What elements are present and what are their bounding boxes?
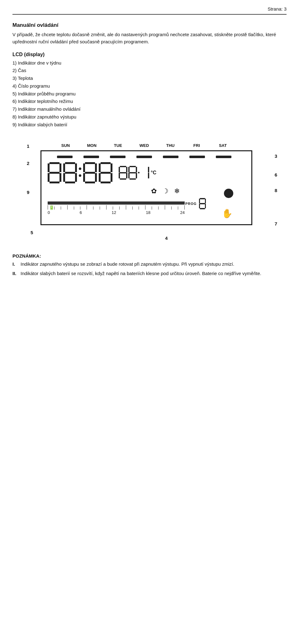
lcd-display-box: SUN MON TUE WED THU FRI SAT: [40, 150, 252, 225]
callout-8: 8: [275, 188, 277, 193]
tick-21: [184, 205, 185, 210]
tick-sun: [57, 156, 73, 158]
notes-label: POZNÁMKA:: [12, 253, 287, 259]
notes-text: I. Indikátor zapnutého výstupu se zobraz…: [12, 260, 287, 277]
notes-text-1: Indikátor zapnutého výstupu se zobrazí a…: [21, 260, 234, 268]
output-indicator: [224, 189, 233, 198]
lcd-item-8: 8) Indikátor zapnutého výstupu: [12, 113, 287, 121]
tick-10: [113, 206, 113, 210]
day-tue: TUE: [109, 143, 126, 148]
notes-num-2: II.: [12, 270, 19, 277]
tick-sat: [216, 156, 231, 158]
mini-ticks: [48, 205, 185, 210]
time-h2: [63, 162, 77, 183]
page-number: Strana: 3: [268, 6, 287, 12]
tick-mon: [83, 156, 99, 158]
temp-d2: [128, 166, 137, 180]
callout-4: 4: [165, 235, 168, 241]
time-m1: [83, 162, 97, 183]
lcd-item-6: 6) Indikátor teplotního režimu: [12, 98, 287, 105]
tick-11: [119, 206, 120, 210]
tick-18: [165, 205, 165, 210]
moon-icon: ☽: [162, 187, 168, 195]
callout-3: 3: [275, 153, 277, 159]
scale-labels: 0 6 12 18 24: [48, 210, 185, 215]
lcd-item-5: 5) Indikátor průběhu programu: [12, 90, 287, 98]
diagram-outer: 1 2 9 5 3 6 8 7 4 SUN MON TUE WED THU FR…: [22, 138, 277, 241]
day-fri: FRI: [188, 143, 205, 148]
notes-section: POZNÁMKA: I. Indikátor zapnutého výstupu…: [12, 253, 287, 277]
callout-7: 7: [275, 221, 277, 226]
tick-19: [171, 206, 172, 210]
time-display: °C: [48, 162, 156, 183]
scale-12: 12: [112, 210, 116, 215]
page-header: Strana: 3: [12, 6, 287, 15]
prog-area: PROG: [185, 198, 206, 209]
lcd-title: LCD (display): [12, 52, 287, 57]
days-row: SUN MON TUE WED THU FRI SAT: [57, 143, 231, 148]
tick-3: [67, 205, 68, 210]
prog-label: PROG: [185, 202, 197, 206]
tick-thu: [163, 156, 178, 158]
temp-d1: [119, 166, 127, 180]
tick-4: [74, 206, 74, 210]
tick-14: [139, 206, 139, 210]
diagram-wrapper: 1 2 9 5 3 6 8 7 4 SUN MON TUE WED THU FR…: [12, 138, 287, 241]
tick-8: [100, 206, 100, 210]
lcd-item-1: 1) Indikátor dne v týdnu: [12, 59, 287, 67]
scale-18: 18: [146, 210, 150, 215]
day-sun: SUN: [57, 143, 74, 148]
scale-24: 24: [180, 210, 185, 215]
callout-5: 5: [31, 230, 33, 235]
lcd-item-9: 9) Indikátor slabých baterií: [12, 121, 287, 129]
snowflake-icon: ❄: [174, 187, 180, 195]
lcd-item-7: 7) Indikátor manuálního ovládání: [12, 105, 287, 113]
intro-text: V případě, že chcete teplotu dočasně změ…: [12, 31, 287, 46]
scale-6: 6: [80, 210, 82, 215]
tick-12: [126, 205, 126, 210]
day-thu: THU: [162, 143, 179, 148]
notes-text-2: Indikátor slabých baterií se rozsvítí, k…: [21, 270, 261, 277]
day-wed: WED: [135, 143, 153, 148]
day-ticks-row: [57, 156, 231, 158]
tick-5: [80, 206, 80, 210]
section-title: Manuální ovládání: [12, 22, 287, 28]
tick-wed: [136, 156, 152, 158]
lcd-item-2: 2) Čas: [12, 67, 287, 75]
lcd-item-3: 3) Teplota: [12, 75, 287, 82]
time-colon: [79, 167, 81, 178]
time-h1: [48, 162, 61, 183]
tick-17: [158, 206, 159, 210]
tick-0: [48, 205, 48, 210]
notes-item-1: I. Indikátor zapnutého výstupu se zobraz…: [12, 260, 287, 268]
sun-icon: ✿: [151, 187, 157, 195]
tick-2: [61, 206, 61, 210]
tick-15: [145, 205, 145, 210]
prog-number-seg: [199, 198, 206, 209]
lcd-item-4: 4) Číslo programu: [12, 82, 287, 90]
callout-9: 9: [27, 190, 29, 195]
tick-1: [54, 206, 55, 210]
notes-item-2: II. Indikátor slabých baterií se rozsvít…: [12, 270, 287, 277]
tick-7: [93, 206, 93, 210]
day-mon: MON: [83, 143, 100, 148]
callout-2: 2: [27, 161, 29, 166]
degree-c: °C: [151, 170, 156, 176]
tick-20: [178, 206, 178, 210]
callout-6: 6: [275, 172, 277, 177]
day-sat: SAT: [214, 143, 231, 148]
temp-display-area: °C: [119, 166, 156, 180]
mode-icons: ✿ ☽ ❄: [151, 187, 180, 195]
time-m2: [99, 162, 112, 183]
tick-tue: [110, 156, 126, 158]
lcd-list: 1) Indikátor dne v týdnu 2) Čas 3) Teplo…: [12, 59, 287, 129]
tick-fri: [189, 156, 205, 158]
tick-16: [152, 206, 152, 210]
manual-hand-icon: ✋: [222, 208, 233, 219]
scale-0: 0: [48, 210, 50, 215]
tick-6: [87, 205, 87, 210]
callout-1: 1: [27, 143, 29, 149]
notes-num-1: I.: [12, 260, 19, 268]
temp-dot: [138, 172, 140, 173]
tick-9: [106, 205, 107, 210]
